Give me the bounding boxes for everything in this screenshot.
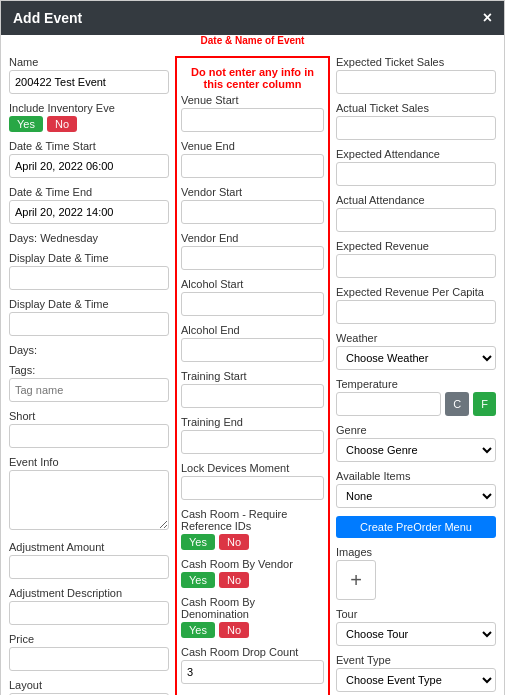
add-event-modal: Add Event × Date & Name of Event Name In… xyxy=(0,0,505,695)
expected-ticket-label: Expected Ticket Sales xyxy=(336,56,496,68)
available-select[interactable]: None xyxy=(336,484,496,508)
venue-start-input[interactable] xyxy=(181,108,324,132)
unit-f-button[interactable]: F xyxy=(473,392,496,416)
event-type-label: Event Type xyxy=(336,654,496,666)
event-info-label: Event Info xyxy=(9,456,169,468)
venue-end-label: Venue End xyxy=(181,140,324,152)
cash-ref-yes-button[interactable]: Yes xyxy=(181,534,215,550)
name-label: Name xyxy=(9,56,169,68)
adj-amount-group: Adjustment Amount xyxy=(9,541,169,579)
price-group: Price xyxy=(9,633,169,671)
alcohol-end-input[interactable] xyxy=(181,338,324,362)
weather-group: Weather Choose Weather xyxy=(336,332,496,370)
actual-attend-input[interactable] xyxy=(336,208,496,232)
days2-display: Days: xyxy=(9,344,169,356)
create-preorder-button[interactable]: Create PreOrder Menu xyxy=(336,516,496,538)
venue-end-input[interactable] xyxy=(181,154,324,178)
date-end-label: Date & Time End xyxy=(9,186,169,198)
temp-unit-group: C F xyxy=(336,392,496,416)
vendor-end-input[interactable] xyxy=(181,246,324,270)
weather-label: Weather xyxy=(336,332,496,344)
vendor-start-input[interactable] xyxy=(181,200,324,224)
days-label: Days: xyxy=(9,232,37,244)
adj-amount-input[interactable] xyxy=(9,555,169,579)
tour-select[interactable]: Choose Tour xyxy=(336,622,496,646)
modal-title: Add Event xyxy=(13,10,82,26)
date-start-group: Date & Time Start xyxy=(9,140,169,178)
venue-start-group: Venue Start xyxy=(181,94,324,132)
expected-rev-cap-label: Expected Revenue Per Capita xyxy=(336,286,496,298)
weather-select[interactable]: Choose Weather xyxy=(336,346,496,370)
date-start-input[interactable] xyxy=(9,154,169,178)
cash-denom-label: Cash Room By Denomination xyxy=(181,596,324,620)
cash-ref-toggle: Yes No xyxy=(181,534,324,550)
short-group: Short xyxy=(9,410,169,448)
adj-desc-input[interactable] xyxy=(9,601,169,625)
actual-attend-label: Actual Attendance xyxy=(336,194,496,206)
expected-attend-input[interactable] xyxy=(336,162,496,186)
cash-denom-no-button[interactable]: No xyxy=(219,622,249,638)
venue-start-label: Venue Start xyxy=(181,94,324,106)
alcohol-start-label: Alcohol Start xyxy=(181,278,324,290)
display-date2-label: Display Date & Time xyxy=(9,298,169,310)
genre-select[interactable]: Choose Genre xyxy=(336,438,496,462)
expected-attend-label: Expected Attendance xyxy=(336,148,496,160)
training-start-input[interactable] xyxy=(181,384,324,408)
adj-desc-group: Adjustment Description xyxy=(9,587,169,625)
cash-ref-no-button[interactable]: No xyxy=(219,534,249,550)
expected-attend-group: Expected Attendance xyxy=(336,148,496,186)
short-input[interactable] xyxy=(9,424,169,448)
event-type-group: Event Type Choose Event Type xyxy=(336,654,496,692)
available-label: Available Items xyxy=(336,470,496,482)
close-button[interactable]: × xyxy=(483,9,492,27)
tags-input[interactable] xyxy=(9,378,169,402)
training-start-label: Training Start xyxy=(181,370,324,382)
expected-rev-input[interactable] xyxy=(336,254,496,278)
right-column: Expected Ticket Sales Actual Ticket Sale… xyxy=(336,56,496,695)
include-inventory-toggle: Yes No xyxy=(9,116,169,132)
date-end-input[interactable] xyxy=(9,200,169,224)
name-input[interactable] xyxy=(9,70,169,94)
expected-rev-label: Expected Revenue xyxy=(336,240,496,252)
temp-group: Temperature C F xyxy=(336,378,496,416)
include-no-button[interactable]: No xyxy=(47,116,77,132)
price-input[interactable] xyxy=(9,647,169,671)
event-type-select[interactable]: Choose Event Type xyxy=(336,668,496,692)
cash-drop-input[interactable] xyxy=(181,660,324,684)
add-image-button[interactable]: + xyxy=(336,560,376,600)
expected-ticket-group: Expected Ticket Sales xyxy=(336,56,496,94)
alcohol-start-group: Alcohol Start xyxy=(181,278,324,316)
training-end-input[interactable] xyxy=(181,430,324,454)
days-display: Days: Wednesday xyxy=(9,232,169,244)
images-label: Images xyxy=(336,546,496,558)
training-end-label: Training End xyxy=(181,416,324,428)
images-group: Images + xyxy=(336,546,496,600)
include-yes-button[interactable]: Yes xyxy=(9,116,43,132)
available-group: Available Items None xyxy=(336,470,496,508)
expected-rev-cap-group: Expected Revenue Per Capita xyxy=(336,286,496,324)
cash-drop-group: Cash Room Drop Count xyxy=(181,646,324,684)
temp-label: Temperature xyxy=(336,378,496,390)
event-info-group: Event Info xyxy=(9,456,169,533)
display-date2-group: Display Date & Time xyxy=(9,298,169,336)
center-note: Do not enter any info in this center col… xyxy=(181,62,324,94)
cash-denom-yes-button[interactable]: Yes xyxy=(181,622,215,638)
unit-c-button[interactable]: C xyxy=(445,392,469,416)
display-date2-input[interactable] xyxy=(9,312,169,336)
cash-vendor-no-button[interactable]: No xyxy=(219,572,249,588)
layout-group: Layout Choose Layout xyxy=(9,679,169,695)
display-date-input[interactable] xyxy=(9,266,169,290)
alcohol-start-input[interactable] xyxy=(181,292,324,316)
cash-vendor-yes-button[interactable]: Yes xyxy=(181,572,215,588)
actual-ticket-label: Actual Ticket Sales xyxy=(336,102,496,114)
actual-ticket-input[interactable] xyxy=(336,116,496,140)
tags-group: Tags: xyxy=(9,364,169,402)
event-info-textarea[interactable] xyxy=(9,470,169,530)
expected-rev-cap-input[interactable] xyxy=(336,300,496,324)
temp-input[interactable] xyxy=(336,392,441,416)
expected-ticket-input[interactable] xyxy=(336,70,496,94)
display-date-label: Display Date & Time xyxy=(9,252,169,264)
venue-end-group: Venue End xyxy=(181,140,324,178)
lock-input[interactable] xyxy=(181,476,324,500)
modal-body: Name Include Inventory Eve Yes No Date &… xyxy=(1,48,504,695)
